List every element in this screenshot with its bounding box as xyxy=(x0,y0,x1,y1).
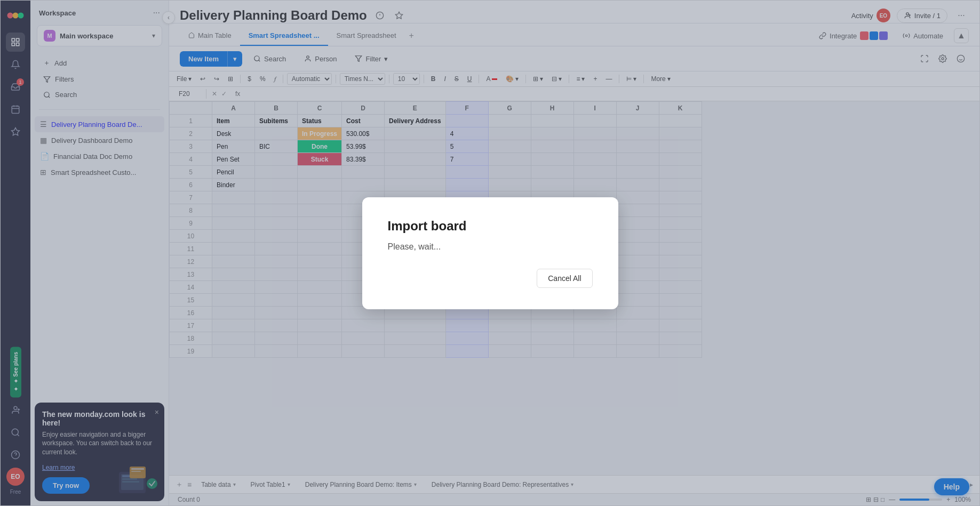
import-modal: Import board Please, wait... Cancel All xyxy=(362,197,618,309)
modal-actions: Cancel All xyxy=(388,269,593,288)
modal-overlay: Import board Please, wait... Cancel All xyxy=(0,0,980,506)
modal-title: Import board xyxy=(388,219,593,234)
modal-text: Please, wait... xyxy=(388,242,593,252)
cancel-all-button[interactable]: Cancel All xyxy=(537,269,592,288)
